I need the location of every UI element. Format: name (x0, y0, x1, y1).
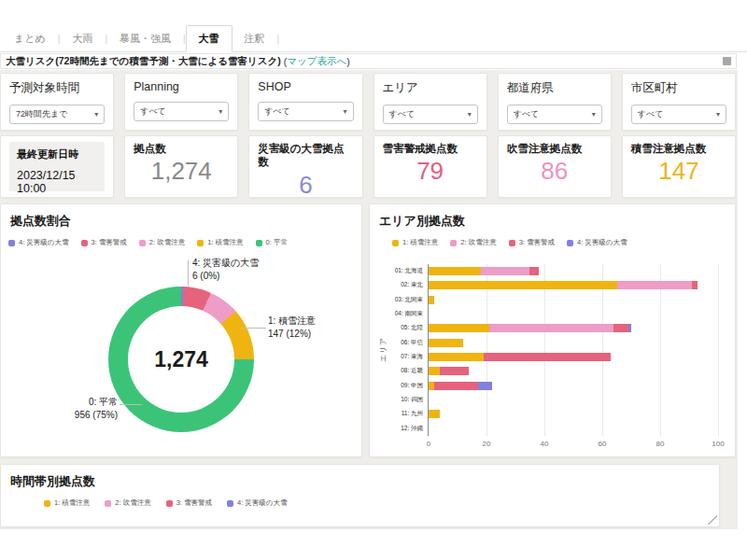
filter-select[interactable]: すべて▾ (631, 105, 726, 124)
bar-segment[interactable] (481, 267, 530, 275)
filter-select-value: すべて (140, 105, 166, 118)
bar-segment[interactable] (429, 367, 440, 375)
x-axis-tick-label: 20 (483, 440, 491, 448)
bar-stack (429, 296, 718, 304)
bar-segment[interactable] (429, 339, 463, 347)
legend-item[interactable]: 4: 災害級の大雪 (8, 238, 69, 247)
bar-chart-card: エリア別拠点数 1: 積雪注意2: 吹雪注意3: 雪害警戒4: 災害級の大雪 エ… (369, 203, 736, 457)
filter-select[interactable]: 72時間先まで▾ (9, 105, 105, 124)
dashboard-canvas: 予測対象時間72時間先まで▾Planningすべて▾SHOPすべて▾エリアすべて… (0, 70, 738, 529)
x-axis-tick-label: 80 (656, 440, 665, 448)
legend-item[interactable]: 3: 雪害警戒 (81, 238, 127, 247)
bar-stack (429, 367, 718, 375)
bar-segment[interactable] (429, 353, 484, 361)
bar-segment[interactable] (429, 324, 489, 332)
legend-item[interactable]: 2: 吹雪注意 (105, 498, 150, 508)
bar-row: 05: 北陸 (429, 321, 718, 335)
filter-card: Planningすべて▾ (124, 73, 238, 131)
chevron-down-icon: ▾ (592, 110, 596, 119)
legend-item[interactable]: 3: 雪害警戒 (166, 498, 212, 508)
bar-segment[interactable] (429, 296, 434, 304)
bar-segment[interactable] (692, 281, 698, 289)
legend-item[interactable]: 4: 災害級の大雪 (227, 498, 288, 508)
kpi-card: 積雪注意拠点数147 (622, 135, 736, 198)
bar-segment[interactable] (484, 353, 611, 361)
gridline (718, 264, 719, 436)
filter-label: 市区町村 (631, 80, 726, 96)
tab-item[interactable]: まとめ (2, 25, 58, 51)
filter-select-value: 72時間先まで (16, 108, 67, 120)
bar-segment[interactable] (478, 382, 493, 390)
legend-swatch (509, 240, 515, 246)
tab-item[interactable]: 注釈 (233, 25, 277, 51)
legend-item[interactable]: 1: 積雪注意 (44, 498, 90, 508)
bar-segment[interactable] (613, 324, 628, 332)
bar-category-label: 06: 甲信 (371, 339, 423, 347)
bar-row: 10: 四国 (429, 393, 718, 407)
callout-snow-caution: 1: 積雪注意 147 (12%) (268, 315, 316, 341)
bar-segment[interactable] (429, 281, 617, 289)
filter-select-value: すべて (514, 108, 540, 120)
legend-swatch (227, 500, 233, 507)
kpi-value: 79 (383, 157, 478, 186)
filter-select[interactable]: すべて▾ (383, 105, 478, 124)
legend-swatch (256, 240, 262, 246)
kpi-value: 6 (258, 171, 353, 200)
kpi-card: 災害級の大雪拠点数6 (248, 135, 362, 198)
legend-label: 3: 雪害警戒 (176, 498, 212, 508)
tab-item[interactable]: 暴風・強風 (107, 25, 183, 51)
bar-category-label: 09: 中国 (371, 382, 423, 390)
bar-segment[interactable] (440, 367, 469, 375)
menu-icon[interactable] (723, 57, 731, 65)
bar-stack (429, 281, 718, 289)
bar-category-label: 04: 南関東 (371, 310, 423, 318)
filter-select-value: すべて (264, 105, 290, 118)
donut-area: 1,274 4: 災害級の大雪 6 (0%) 1: 積雪注意 147 (12%)… (1, 253, 361, 456)
bar-segment[interactable] (429, 267, 481, 275)
filter-label: 都道府県 (507, 80, 602, 96)
donut-chart[interactable]: 1,274 (108, 287, 254, 432)
callout-leader-line (120, 404, 142, 405)
bar-segment[interactable] (489, 324, 613, 332)
x-axis-tick-label: 40 (541, 440, 549, 448)
x-axis-tick-label: 100 (712, 440, 724, 448)
page-title: 大雪リスク(72時間先までの積雪予測・大雪による雪害リスク) (6, 55, 281, 68)
bar-category-label: 08: 近畿 (371, 367, 423, 375)
last-updated-box: 最終更新日時2023/12/15 10:00 (9, 142, 105, 191)
donut-legend: 4: 災害級の大雪3: 雪害警戒2: 吹雪注意1: 積雪注意0: 平常 (1, 238, 361, 247)
map-view-link[interactable]: マップ表示へ (287, 55, 346, 68)
filter-select[interactable]: すべて▾ (507, 105, 602, 124)
legend-item[interactable]: 1: 積雪注意 (392, 238, 438, 247)
filter-row: 予測対象時間72時間先まで▾Planningすべて▾SHOPすべて▾エリアすべて… (0, 73, 736, 131)
bar-stack (429, 353, 718, 361)
bar-row: 04: 南関東 (429, 307, 718, 321)
filter-select[interactable]: すべて▾ (134, 102, 229, 121)
tab-active-item[interactable]: 大雪 (186, 25, 233, 52)
bar-category-label: 10: 四国 (371, 396, 423, 404)
legend-item[interactable]: 3: 雪害警戒 (509, 238, 555, 247)
legend-item[interactable]: 2: 吹雪注意 (450, 238, 496, 247)
bar-segment[interactable] (434, 382, 478, 390)
legend-label: 2: 吹雪注意 (115, 498, 150, 508)
legend-swatch (197, 240, 204, 246)
filter-label: SHOP (258, 80, 353, 93)
callout-normal: 0: 平常 956 (75%) (29, 396, 118, 422)
legend-item[interactable]: 4: 災害級の大雪 (567, 238, 627, 247)
legend-item[interactable]: 2: 吹雪注意 (139, 238, 185, 247)
bar-segment[interactable] (429, 410, 440, 418)
filter-select[interactable]: すべて▾ (258, 102, 353, 121)
legend-item[interactable]: 1: 積雪注意 (197, 238, 243, 247)
kpi-card: 雪害警戒拠点数79 (374, 135, 487, 198)
bar-stack (429, 396, 718, 404)
bar-segment[interactable] (628, 324, 631, 332)
legend-item[interactable]: 0: 平常 (256, 238, 288, 247)
legend-label: 4: 災害級の大雪 (237, 498, 288, 508)
bar-segment[interactable] (529, 267, 538, 275)
legend-swatch (450, 240, 457, 246)
callout-leader-line (188, 260, 189, 286)
bar-segment[interactable] (617, 281, 693, 289)
bar-legend: 1: 積雪注意2: 吹雪注意3: 雪害警戒4: 災害級の大雪 (370, 238, 735, 247)
tab-item[interactable]: 大雨 (60, 25, 105, 51)
resize-handle-icon[interactable] (708, 515, 717, 525)
chevron-down-icon: ▾ (468, 110, 472, 119)
